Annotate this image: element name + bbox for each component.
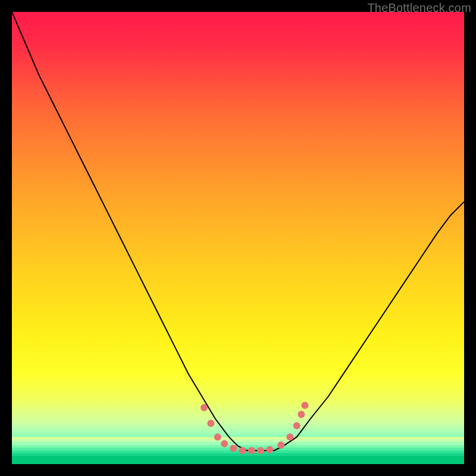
svg-rect-1 [12,440,464,443]
chart-svg [12,12,464,464]
highlight-dot [207,420,214,427]
svg-rect-4 [12,448,464,451]
highlight-dot [248,447,255,454]
outer-frame: TheBottleneck.com [0,0,476,476]
plot-area [12,12,464,464]
svg-rect-2 [12,443,464,446]
highlight-dot [298,411,305,418]
svg-rect-6 [12,453,464,456]
highlight-dot [201,404,208,411]
highlight-dot [277,441,284,449]
green-band-stripes [12,437,464,464]
gradient-background [12,12,464,464]
highlight-dot [293,422,300,429]
watermark-label: TheBottleneck.com [367,1,471,15]
svg-rect-0 [12,437,464,440]
highlight-dot [221,440,228,447]
highlight-dot [214,433,221,440]
highlight-dot [230,444,237,452]
highlight-dot [239,447,246,454]
highlight-dot [266,446,273,453]
highlight-dot [257,447,264,454]
svg-rect-5 [12,450,464,453]
highlight-dot [302,402,309,409]
svg-rect-7 [12,456,464,464]
highlight-dot [286,433,293,440]
